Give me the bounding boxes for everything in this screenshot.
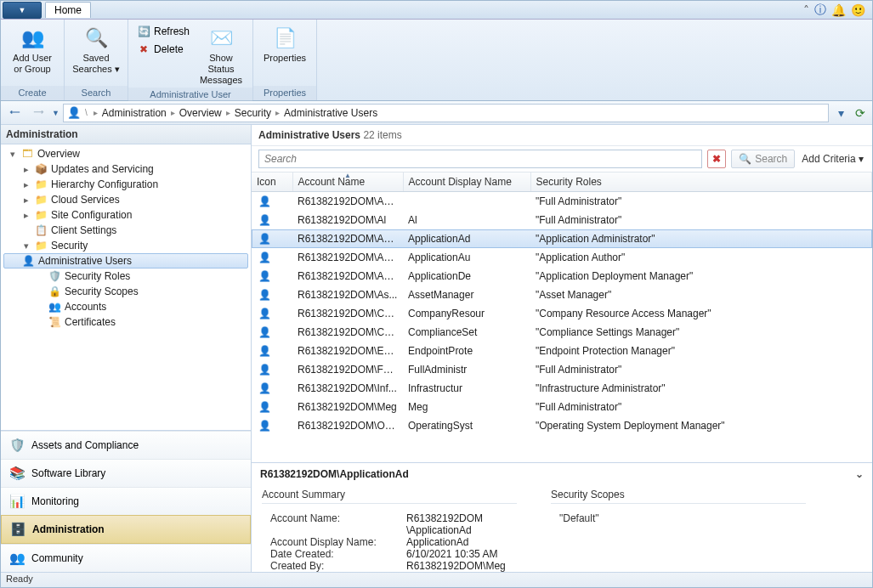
tree-item-security-scopes[interactable]: 🔒Security Scopes [1,284,251,299]
details-left-heading: Account Summary [262,489,517,504]
ribbon: 👥Add Useror GroupCreate🔍SavedSearches ▾S… [1,20,872,101]
user-icon: 👤 [252,342,292,360]
cell-role: "Asset Manager" [530,286,872,304]
table-row[interactable]: 👤R61382192DOM\Op...OperatingSyst"Operati… [252,416,872,435]
tree-item-cloud-services[interactable]: ▸📁Cloud Services [1,192,251,207]
wunderbar-software-library[interactable]: 📚Software Library [1,459,251,487]
detail-value: R61382192DOM\ApplicationAd [406,512,483,536]
ribbon-group: 🔍SavedSearches ▾Search [65,20,128,100]
nav-back-button[interactable]: ⭠ [4,104,25,122]
search-input[interactable] [258,150,702,168]
results-grid[interactable]: IconAccount NameAccount Display NameSecu… [252,172,872,462]
column-header[interactable]: Account Name [292,172,403,192]
refresh-nav-icon[interactable]: ⟳ [852,105,869,122]
tree-item-certificates[interactable]: 📜Certificates [1,314,251,330]
tree-item-administrative-users[interactable]: 👤Administrative Users [3,253,248,269]
expand-icon[interactable]: ▾ [8,149,17,160]
list-header: Administrative Users 22 items [252,125,872,146]
nav-forward-button[interactable]: ⭢ [28,104,48,122]
detail-value: 6/10/2021 10:35 AM [406,548,497,560]
breadcrumb[interactable]: 👤 \ ▸ Administration▸Overview▸Security▸A… [63,104,829,122]
table-row[interactable]: 👤R61382192DOM\As...AssetManager"Asset Ma… [252,286,872,304]
table-row[interactable]: 👤R61382192DOM\Ad..."Full Administrator" [252,192,872,211]
tree-item-client-settings[interactable]: 📋Client Settings [1,223,251,238]
properties-button[interactable]: 📄Properties [258,23,311,65]
table-row[interactable]: 👤R61382192DOM\Ap...ApplicationAd"Applica… [252,229,872,248]
help-icon[interactable]: ⓘ [814,3,826,18]
tree-icon: 🔒 [48,286,61,297]
tree-item-overview[interactable]: ▾🗔Overview [1,146,251,161]
table-row[interactable]: 👤R61382192DOM\Ap...ApplicationAu"Applica… [252,248,872,267]
expand-icon[interactable]: ▸ [21,210,31,221]
expand-icon[interactable]: ▸ [21,195,31,206]
clear-search-button[interactable]: ✖ [707,150,726,168]
expand-icon[interactable]: ▸ [21,179,31,190]
bell-icon[interactable]: 🔔 [831,3,846,17]
table-row[interactable]: 👤R61382192DOM\MegMeg"Full Administrator" [252,398,872,416]
tree-item-site-configuration[interactable]: ▸📁Site Configuration [1,207,251,223]
tree-item-security-roles[interactable]: 🛡️Security Roles [1,269,251,284]
tree-item-security[interactable]: ▾📁Security [1,238,251,253]
delete-button[interactable]: ✖Delete [133,41,193,58]
table-row[interactable]: 👤R61382192DOM\En...EndpointProte"Endpoin… [252,342,872,360]
wunderbar-administration[interactable]: 🗄️Administration [1,515,251,544]
chevron-down-icon: ▼ [19,6,26,14]
detail-key: Account Display Name: [262,536,406,548]
tree-icon: 🛡️ [48,270,61,282]
ribbon-tab-home[interactable]: Home [45,2,91,18]
cell-display: CompanyResour [403,304,530,323]
tree-label: Site Configuration [51,209,132,221]
details-security-scopes: Security Scopes "Default" [551,489,806,572]
column-header[interactable]: Security Roles [530,172,872,192]
table-row[interactable]: 👤R61382192DOM\AlAl"Full Administrator" [252,211,872,229]
add-user-button[interactable]: 👥Add Useror Group [6,23,59,76]
saved-searches-button[interactable]: 🔍SavedSearches ▾ [70,23,122,76]
wunderbar-assets-and-compliance[interactable]: 🛡️Assets and Compliance [1,431,251,459]
breadcrumb-segment[interactable]: Administrative Users [284,107,377,119]
wunderbar-label: Assets and Compliance [31,439,139,451]
table-row[interactable]: 👤R61382192DOM\Co...CompanyResour"Company… [252,304,872,323]
navigation-bar: ⭠ ⭢ ▼ 👤 \ ▸ Administration▸Overview▸Secu… [1,101,872,125]
tree-label: Certificates [65,316,116,328]
user-icon: 👤 [252,267,292,286]
expand-icon[interactable]: ▸ [21,164,31,175]
detail-row: Account Name:R61382192DOM\ApplicationAd [262,512,517,536]
expand-icon[interactable]: ▾ [21,240,31,252]
table-row[interactable]: 👤R61382192DOM\Ful...FullAdministr"Full A… [252,360,872,379]
add-criteria-button[interactable]: Add Criteria ▾ [800,153,865,165]
tree-label: Security Roles [65,270,130,282]
delete-icon: ✖ [137,42,150,56]
tree-label: Overview [37,148,80,160]
details-collapse-icon[interactable]: ⌄ [855,468,864,480]
table-row[interactable]: 👤R61382192DOM\Inf...Infrastructur"Infras… [252,379,872,398]
cell-display: ApplicationDe [403,267,530,286]
column-header[interactable]: Account Display Name [403,172,530,192]
cell-account: R61382192DOM\Inf... [292,379,403,398]
refresh-button[interactable]: 🔄Refresh [133,23,193,40]
cell-role: "Full Administrator" [530,192,872,211]
detail-key: Created By: [262,560,406,572]
detail-row: Date Created:6/10/2021 10:35 AM [262,548,517,560]
wunderbar-monitoring[interactable]: 📊Monitoring [1,487,251,515]
search-button[interactable]: 🔍Search [731,150,795,168]
breadcrumb-segment[interactable]: Administration [102,107,167,119]
breadcrumb-segment[interactable]: Overview [179,107,222,119]
breadcrumb-dropdown-icon[interactable]: ▾ [832,105,849,122]
tree-item-updates-and-servicing[interactable]: ▸📦Updates and Servicing [1,161,251,177]
column-header[interactable]: Icon [252,172,292,192]
wunderbar-community[interactable]: 👥Community [1,544,251,572]
collapse-ribbon-icon[interactable]: ˄ [803,3,809,17]
tree-item-accounts[interactable]: 👥Accounts [1,299,251,314]
wunderbar-icon: 🛡️ [9,438,25,453]
nav-dropdown-icon[interactable]: ▼ [52,109,60,117]
status-bar: Ready [1,572,872,587]
show-status-icon: ✉️ [207,25,235,52]
breadcrumb-segment[interactable]: Security [235,107,271,119]
show-status-button[interactable]: ✉️Show StatusMessages [195,23,247,88]
tree-item-hierarchy-configuration[interactable]: ▸📁Hierarchy Configuration [1,177,251,192]
smile-icon[interactable]: 🙂 [851,3,865,17]
table-row[interactable]: 👤R61382192DOM\Ap...ApplicationDe"Applica… [252,267,872,286]
user-icon: 👤 [252,192,292,211]
app-menu-button[interactable]: ▼ [3,2,42,19]
table-row[interactable]: 👤R61382192DOM\Co...ComplianceSet"Complia… [252,323,872,342]
